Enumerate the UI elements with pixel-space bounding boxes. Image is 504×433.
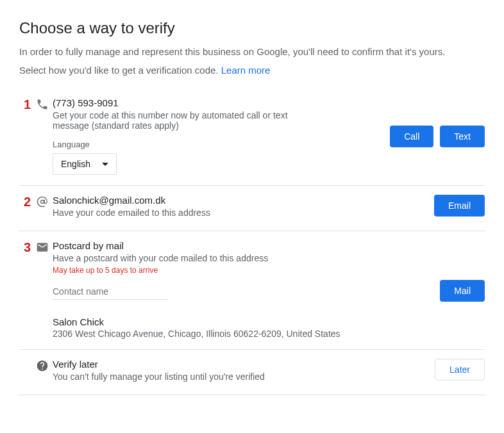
text-button[interactable]: Text bbox=[440, 126, 485, 147]
learn-more-link[interactable]: Learn more bbox=[221, 65, 271, 76]
verification-options: 1 (773) 593-9091 Get your code at this n… bbox=[19, 88, 485, 395]
option-email: 2 Salonchick@gmail.com.dk Have your code… bbox=[19, 186, 485, 231]
at-icon bbox=[32, 195, 53, 208]
later-desc: You can't fully manage your listing unti… bbox=[53, 372, 485, 382]
intro-prefix: Select how you'd like to get a verificat… bbox=[19, 65, 221, 76]
help-icon bbox=[32, 359, 53, 372]
page-title: Choose a way to verify bbox=[19, 19, 485, 37]
option-mail: 3 Postcard by mail Have a postcard with … bbox=[19, 231, 485, 350]
call-button[interactable]: Call bbox=[390, 126, 433, 147]
mail-desc: Have a postcard with your code mailed to… bbox=[53, 253, 485, 263]
intro-line-2: Select how you'd like to get a verificat… bbox=[19, 65, 485, 76]
mail-button[interactable]: Mail bbox=[440, 280, 485, 302]
contact-name-input[interactable] bbox=[53, 284, 168, 300]
business-name: Salon Chick bbox=[53, 316, 485, 327]
mail-title: Postcard by mail bbox=[53, 240, 485, 251]
option-later: Verify later You can't fully manage your… bbox=[19, 350, 485, 395]
phone-desc: Get your code at this number now by auto… bbox=[53, 110, 322, 131]
business-address: 2306 West Chicago Avenue, Chicago, Illin… bbox=[53, 329, 485, 339]
later-button[interactable]: Later bbox=[435, 359, 485, 380]
later-title: Verify later bbox=[53, 359, 485, 370]
annotation-number-1: 1 bbox=[19, 97, 31, 111]
email-desc: Have your code emailed to this address bbox=[53, 208, 485, 218]
email-button[interactable]: Email bbox=[434, 195, 485, 216]
annotation-number-3: 3 bbox=[19, 240, 31, 254]
email-address: Salonchick@gmail.com.dk bbox=[53, 195, 485, 206]
language-select[interactable]: English bbox=[53, 153, 117, 175]
intro-line-1: In order to fully manage and represent t… bbox=[19, 46, 485, 57]
mail-icon bbox=[32, 240, 53, 254]
phone-number: (773) 593-9091 bbox=[53, 97, 485, 108]
chevron-down-icon bbox=[102, 163, 108, 166]
option-phone: 1 (773) 593-9091 Get your code at this n… bbox=[19, 88, 485, 186]
language-value: English bbox=[61, 159, 90, 169]
mail-warning: May take up to 5 days to arrive bbox=[53, 266, 485, 275]
phone-icon bbox=[32, 97, 53, 111]
annotation-number-2: 2 bbox=[19, 195, 31, 209]
